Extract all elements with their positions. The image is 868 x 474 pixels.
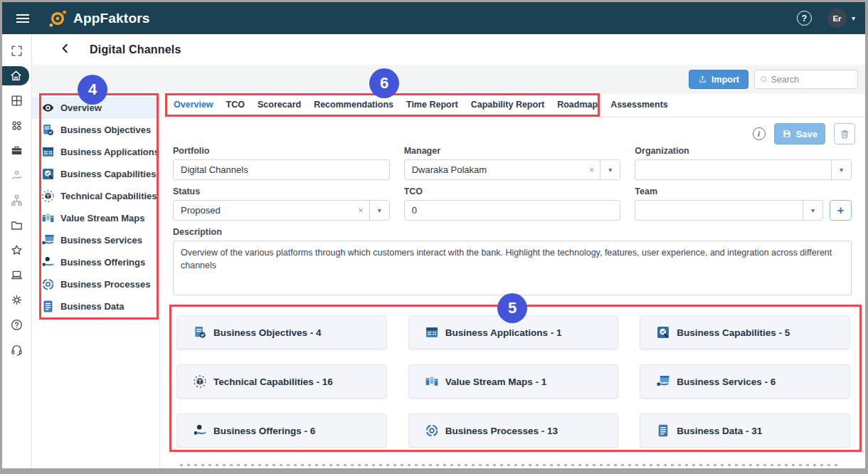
- status-dropdown-caret-icon[interactable]: ▾: [370, 201, 389, 220]
- delete-button[interactable]: [834, 123, 855, 144]
- page-title: Digital Channels: [90, 43, 181, 56]
- user-menu-caret-icon[interactable]: ▾: [852, 14, 855, 22]
- sitemap-icon[interactable]: [4, 191, 31, 210]
- search-input[interactable]: [771, 75, 852, 85]
- apps-icon[interactable]: [4, 116, 31, 135]
- status-input[interactable]: [174, 205, 352, 216]
- trash-icon: [840, 129, 850, 139]
- business-data-icon: [41, 300, 55, 313]
- organization-input[interactable]: [635, 164, 831, 175]
- tab-recommendations[interactable]: Recommendations: [307, 94, 400, 117]
- manager-dropdown-caret-icon[interactable]: ▾: [600, 160, 620, 179]
- status-field: Status × ▾: [173, 186, 390, 221]
- info-icon[interactable]: i: [753, 127, 766, 140]
- home-icon[interactable]: [2, 66, 29, 85]
- gear-icon[interactable]: [4, 290, 31, 310]
- eye-icon: [41, 101, 55, 115]
- user-menu[interactable]: Er ▾: [827, 9, 855, 28]
- portfolio-form: Portfolio Manager × ▾: [160, 146, 865, 298]
- business-processes-icon: [425, 423, 439, 438]
- sidenav-item-business-offerings[interactable]: Business Offerings: [32, 251, 159, 273]
- tco-label: TCO: [404, 186, 621, 196]
- avatar[interactable]: Er: [827, 9, 847, 28]
- search-box: [754, 70, 858, 89]
- sidenav-item-overview[interactable]: Overview: [32, 97, 159, 119]
- app-window: AppFaktors ? Er ▾: [0, 0, 868, 474]
- tile-business-services[interactable]: Business Services - 6: [640, 364, 850, 399]
- tco-field: TCO: [404, 186, 621, 221]
- sidenav-item-business-services[interactable]: Business Services: [32, 229, 159, 251]
- technical-capabilities-icon: [41, 189, 55, 203]
- status-clear-icon[interactable]: ×: [352, 205, 369, 216]
- tile-business-capabilities[interactable]: Business Capabilities - 5: [640, 315, 850, 349]
- business-applications-icon: [425, 325, 439, 339]
- tab-capability-report[interactable]: Capability Report: [465, 94, 551, 117]
- description-label: Description: [173, 227, 852, 237]
- sidenav-item-technical-capabilities[interactable]: Technical Capabilities: [32, 185, 159, 207]
- laptop-icon[interactable]: [4, 265, 31, 285]
- business-capabilities-icon: [656, 325, 670, 339]
- folder-icon[interactable]: [4, 216, 31, 235]
- tile-business-data[interactable]: Business Data - 31: [640, 414, 850, 448]
- team-dropdown-caret-icon[interactable]: ▾: [803, 201, 822, 220]
- fullscreen-icon[interactable]: [4, 41, 31, 60]
- tco-input[interactable]: [404, 200, 621, 221]
- portfolio-side-nav: Overview Business Objectives Business Ap…: [32, 94, 160, 474]
- sidenav-item-value-stream-maps[interactable]: Value Stream Maps: [32, 207, 159, 229]
- sidenav-item-business-applications[interactable]: Business Applications: [32, 141, 159, 163]
- description-field: Description Overview of the various plat…: [173, 227, 852, 298]
- tab-overview[interactable]: Overview: [167, 94, 220, 117]
- star-icon[interactable]: [4, 241, 31, 260]
- tile-business-objectives[interactable]: Business Objectives - 4: [176, 315, 387, 349]
- tab-roadmap[interactable]: Roadmap: [551, 94, 604, 117]
- icon-rail: [2, 34, 32, 474]
- headset-icon[interactable]: [4, 340, 31, 359]
- search-icon: [760, 75, 768, 84]
- organization-dropdown-caret-icon[interactable]: ▾: [832, 160, 851, 179]
- sidenav-item-business-capabilities[interactable]: Business Capabilities: [32, 163, 159, 185]
- tab-assessments[interactable]: Assessments: [604, 94, 674, 117]
- tile-business-offerings[interactable]: Business Offerings - 6: [176, 414, 387, 448]
- business-objectives-icon: [193, 325, 207, 339]
- tile-business-applications[interactable]: Business Applications - 1: [408, 315, 619, 349]
- form-actions: i Save: [160, 122, 865, 146]
- upload-icon: [698, 75, 707, 84]
- tab-bar: Overview TCO Scorecard Recommendations T…: [160, 94, 865, 117]
- sidenav-item-business-data[interactable]: Business Data: [32, 295, 159, 317]
- status-label: Status: [173, 186, 390, 196]
- related-items-grid: Business Objectives - 4 Business Applica…: [176, 315, 850, 448]
- portfolio-input[interactable]: [173, 159, 390, 180]
- tab-time-report[interactable]: Time Report: [400, 94, 465, 117]
- header-help-icon[interactable]: ?: [797, 11, 812, 26]
- table-icon[interactable]: [4, 91, 31, 110]
- save-button[interactable]: Save: [774, 123, 825, 144]
- technical-capabilities-icon: [193, 374, 207, 389]
- tile-technical-capabilities[interactable]: Technical Capabilities - 16: [176, 364, 387, 399]
- add-team-button[interactable]: +: [830, 200, 852, 221]
- manager-clear-icon[interactable]: ×: [583, 164, 600, 175]
- business-offerings-icon: [193, 423, 207, 438]
- back-chevron-icon[interactable]: [59, 42, 72, 58]
- tile-business-processes[interactable]: Business Processes - 13: [408, 414, 619, 448]
- description-textarea[interactable]: Overview of the various platforms throug…: [173, 241, 852, 295]
- business-services-icon: [41, 233, 55, 247]
- sidenav-item-business-processes[interactable]: Business Processes: [32, 273, 159, 295]
- tab-scorecard[interactable]: Scorecard: [251, 94, 307, 117]
- brand-name: AppFaktors: [73, 11, 150, 26]
- team-input[interactable]: [635, 205, 803, 216]
- app-logo: AppFaktors: [48, 9, 150, 28]
- organization-field: Organization ▾: [635, 146, 852, 180]
- help-icon[interactable]: [4, 315, 31, 335]
- tile-value-stream-maps[interactable]: Value Stream Maps - 1: [408, 364, 619, 399]
- tab-tco[interactable]: TCO: [220, 94, 251, 117]
- hand-service-icon[interactable]: [4, 166, 31, 185]
- page-title-bar: Digital Channels: [32, 34, 865, 65]
- app-header: AppFaktors ? Er ▾: [2, 2, 865, 34]
- manager-field: Manager × ▾: [404, 146, 621, 180]
- hamburger-menu-icon[interactable]: [16, 18, 29, 19]
- sidenav-item-business-objectives[interactable]: Business Objectives: [32, 119, 159, 141]
- import-button[interactable]: Import: [689, 70, 748, 89]
- manager-input[interactable]: [405, 164, 583, 175]
- briefcase-icon[interactable]: [4, 141, 31, 160]
- manager-label: Manager: [404, 146, 621, 156]
